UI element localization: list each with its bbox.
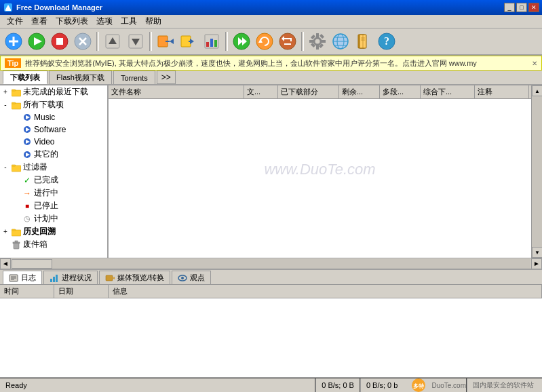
import-button[interactable]	[155, 31, 176, 52]
tip-close-button[interactable]: ✕	[532, 60, 537, 67]
content-area: + 未完成的最近下载 - 所有下载项 Music	[0, 85, 542, 258]
col-filename[interactable]: 文件名称	[109, 85, 244, 98]
bottom-tab-status[interactable]: 进程状况	[43, 271, 98, 284]
bottom-tab-status-label: 进程状况	[62, 273, 92, 283]
separator-3	[225, 32, 228, 51]
expand-filter[interactable]: -	[0, 163, 11, 171]
tree-item-recent[interactable]: + 未完成的最近下载	[0, 85, 107, 98]
hscroll-track[interactable]	[12, 259, 530, 269]
vscroll-down[interactable]: ▼	[532, 247, 542, 258]
tree-item-music[interactable]: Music	[0, 111, 107, 123]
tree-item-trash[interactable]: 废件箱	[0, 238, 107, 251]
svg-rect-67	[12, 165, 21, 172]
svg-rect-57	[12, 103, 21, 109]
remove-button[interactable]	[72, 31, 94, 52]
vscroll-up[interactable]: ▲	[532, 85, 542, 96]
watermark-text: www.DuoTe.com	[264, 161, 375, 178]
separator-2	[149, 32, 152, 51]
separator-1	[96, 32, 99, 51]
tree-item-completed[interactable]: ✓ 已完成	[0, 174, 107, 187]
menu-options[interactable]: 选项	[92, 14, 117, 28]
menu-tools[interactable]: 工具	[117, 14, 141, 28]
vscroll-track[interactable]	[532, 96, 542, 247]
tree-label-inprogress: 进行中	[34, 187, 58, 199]
svg-rect-79	[53, 277, 55, 282]
tip-label: Tip	[5, 58, 21, 68]
bottom-tab-log[interactable]: 日志	[3, 271, 42, 284]
minimize-button[interactable]: _	[504, 3, 515, 12]
expand-history[interactable]: +	[0, 228, 11, 235]
main-tab-bar: 下载列表 Flash视频下载 Torrents >>	[0, 71, 542, 85]
right-panel-vscroll[interactable]: ▲ ▼	[531, 85, 542, 258]
status-ready-text: Ready	[3, 381, 315, 389]
svg-rect-73	[15, 241, 18, 242]
svg-rect-55	[12, 90, 21, 96]
tab-download-list[interactable]: 下载列表	[3, 71, 47, 84]
clock-icon-scheduled: ◷	[22, 214, 33, 224]
col-comment[interactable]: 注释	[475, 85, 529, 98]
svg-point-34	[314, 38, 321, 45]
svg-rect-35	[317, 34, 318, 37]
move-down-button[interactable]	[125, 31, 147, 52]
menu-view[interactable]: 查看	[27, 14, 52, 28]
hscroll-thumb[interactable]	[12, 259, 52, 269]
tree-item-filter[interactable]: - 过滤器	[0, 161, 107, 174]
toolbar: ?	[0, 28, 542, 56]
export-button[interactable]	[178, 31, 199, 52]
duote-logo-icon: 多特	[408, 378, 429, 392]
move-up-button[interactable]	[102, 31, 123, 52]
svg-rect-25	[210, 39, 213, 47]
settings-button[interactable]	[307, 31, 328, 52]
status-site-text: 国内最安全的软件站	[466, 378, 539, 392]
tree-item-history[interactable]: + 历史回溯	[0, 225, 107, 238]
tree-item-scheduled[interactable]: ◷ 计划中	[0, 212, 107, 225]
arrow-icon-inprogress: →	[22, 188, 33, 199]
menu-help[interactable]: 帮助	[141, 14, 166, 28]
expand-recent[interactable]: +	[0, 88, 11, 96]
schedule-button[interactable]	[201, 31, 222, 52]
globe-button[interactable]	[330, 31, 351, 52]
refresh-button[interactable]	[254, 31, 275, 52]
svg-rect-24	[206, 42, 209, 47]
svg-rect-69	[12, 230, 21, 236]
svg-rect-56	[12, 90, 16, 91]
menu-downloads[interactable]: 下载列表	[52, 14, 92, 28]
bottom-panel: 日志 进程状况 媒体预览/转换 观点	[0, 269, 542, 377]
tree-item-stopped[interactable]: ■ 已停止	[0, 199, 107, 212]
bottom-tab-media[interactable]: 媒体预览/转换	[99, 271, 170, 284]
bottom-tab-view[interactable]: 观点	[172, 271, 211, 284]
title-bar-buttons: _ □ ✕	[504, 3, 539, 12]
hscroll-right-button[interactable]: ►	[531, 258, 542, 269]
tab-torrents[interactable]: Torrents	[113, 71, 155, 84]
convert-button[interactable]	[277, 31, 298, 52]
col-remaining[interactable]: 剩余...	[339, 85, 380, 98]
svg-rect-2	[5, 9, 11, 11]
tree-item-software[interactable]: Software	[0, 123, 107, 136]
hscroll-left-button[interactable]: ◄	[0, 258, 11, 269]
menu-file[interactable]: 文件	[3, 14, 27, 28]
folder-icon-history	[11, 227, 22, 237]
hscroll-bar[interactable]: ◄ ►	[0, 258, 542, 269]
left-panel: + 未完成的最近下载 - 所有下载项 Music	[0, 85, 109, 258]
tree-item-video[interactable]: Video	[0, 136, 107, 148]
col-downloaded[interactable]: 已下载部分	[278, 85, 339, 98]
expand-all[interactable]: -	[0, 101, 11, 109]
maximize-button[interactable]: □	[516, 3, 527, 12]
add-button[interactable]	[3, 31, 24, 52]
close-button[interactable]: ✕	[528, 3, 539, 12]
col-type[interactable]: 文...	[244, 85, 278, 98]
tree-item-other[interactable]: 其它的	[0, 148, 107, 161]
tree-label-software: Software	[34, 125, 66, 134]
tab-more-button[interactable]: >>	[157, 71, 176, 84]
tree-item-inprogress[interactable]: → 进行中	[0, 187, 107, 199]
play-all-button[interactable]	[231, 31, 252, 52]
help-button[interactable]: ?	[376, 31, 398, 52]
tree-label-music: Music	[34, 113, 55, 122]
tree-item-all-downloads[interactable]: - 所有下载项	[0, 98, 107, 111]
col-segments[interactable]: 多段...	[380, 85, 421, 98]
col-speed[interactable]: 综合下...	[421, 85, 475, 98]
skin-button[interactable]	[353, 31, 374, 52]
tab-flash-video[interactable]: Flash视频下载	[49, 71, 112, 84]
stop-button[interactable]	[49, 31, 71, 52]
resume-button[interactable]	[26, 31, 47, 52]
